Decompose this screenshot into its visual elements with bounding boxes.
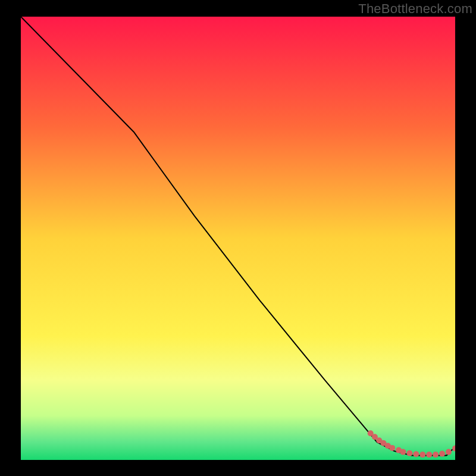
watermark-text: TheBottleneck.com [358,1,472,17]
dot-highlight-dots [446,449,452,455]
dot-highlight-dots [439,451,445,457]
dot-highlight-dots [419,452,425,458]
dot-highlight-dots [413,451,419,457]
plot-svg [21,17,455,460]
dot-highlight-dots [433,452,439,458]
dot-highlight-dots [400,449,406,455]
dot-highlight-dots [406,450,412,456]
plot-area [21,17,455,460]
dot-highlight-dots [426,452,432,458]
chart-frame: TheBottleneck.com [0,0,476,476]
dot-highlight-dots [389,445,395,451]
